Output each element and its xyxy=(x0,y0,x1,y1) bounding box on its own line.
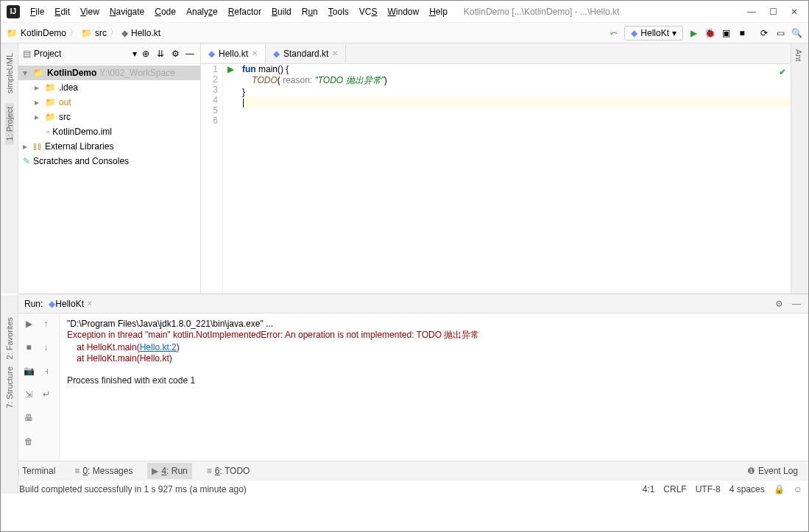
coverage-icon[interactable]: ▣ xyxy=(720,27,732,39)
minimize-icon[interactable]: ― xyxy=(747,7,756,17)
trash-icon[interactable]: 🗑 xyxy=(23,436,35,447)
todo-icon: ≡ xyxy=(207,466,212,476)
tree-ext-libs[interactable]: ▸ ⫿⫿ External Libraries xyxy=(18,139,200,154)
console-exception: Exception in thread "main" kotlin.NotImp… xyxy=(67,330,479,340)
gutter-actions[interactable]: ▶ xyxy=(223,64,238,294)
menu-build[interactable]: Build xyxy=(267,4,296,19)
tool-simpleuml[interactable]: simpleUML xyxy=(5,49,14,97)
close-icon[interactable]: ✕ xyxy=(791,7,798,17)
print-icon[interactable]: 🖶 xyxy=(23,412,35,424)
right-tool-strip: Ant xyxy=(791,43,808,294)
run-body: ▶ ↑ ■ ↓ 📷 ⫞ ⇲ ↵ 🖶 🗑 "D:\Program Files\Ja… xyxy=(18,313,808,461)
up-icon[interactable]: ↑ xyxy=(40,318,52,330)
tree-scratches[interactable]: ✎ Scratches and Consoles xyxy=(18,154,200,169)
stacktrace-link[interactable]: Hello.kt:2 xyxy=(140,342,177,352)
tree-idea[interactable]: ▸ 📁 .idea xyxy=(18,80,200,95)
chevron-right-icon: 〉 xyxy=(69,26,78,39)
folder-icon: 📁 xyxy=(45,82,56,93)
tab-standard[interactable]: ◆ Standard.kt ✕ xyxy=(266,45,346,63)
chevron-down-icon[interactable]: ▾ xyxy=(133,49,137,59)
indent-setting[interactable]: 4 spaces xyxy=(729,484,765,494)
debug-icon[interactable]: 🐞 xyxy=(704,27,716,39)
code-content[interactable]: fun main() { TODO( reason: "TODO 抛出异常") … xyxy=(238,64,791,294)
down-icon[interactable]: ↓ xyxy=(40,341,52,353)
menu-window[interactable]: Window xyxy=(383,4,423,19)
target-icon[interactable]: ⊕ xyxy=(140,48,152,60)
main-area: simpleUML 1: Project ▤ Project ▾ ⊕ ⇊ ⚙ —… xyxy=(1,43,808,294)
breadcrumb-project[interactable]: KotlinDemo xyxy=(21,28,66,38)
menu-help[interactable]: Help xyxy=(425,4,452,19)
menu-code[interactable]: Code xyxy=(150,4,180,19)
tab-label: Hello.kt xyxy=(219,49,248,59)
tree-root[interactable]: ▾ 📁 KotlinDemo Y:\002_WorkSpace xyxy=(18,65,200,80)
left-tool-strip: simpleUML 1: Project xyxy=(1,43,18,294)
sidebar-header: ▤ Project ▾ ⊕ ⇊ ⚙ — xyxy=(18,43,200,64)
tab-hello[interactable]: ◆ Hello.kt ✕ xyxy=(201,45,266,63)
breadcrumb-file[interactable]: Hello.kt xyxy=(131,28,160,38)
run-header: Run: ◆ HelloKt × ⚙ — xyxy=(18,294,808,313)
tree-root-path: Y:\002_WorkSpace xyxy=(99,68,175,78)
close-tab-icon[interactable]: ✕ xyxy=(252,49,258,57)
tab-todo[interactable]: ≡6: TODO xyxy=(202,463,255,479)
export-icon[interactable]: ⇲ xyxy=(23,389,35,400)
tree-out[interactable]: ▸ 📁 out xyxy=(18,95,200,110)
menu-edit[interactable]: Edit xyxy=(50,4,74,19)
tab-messages[interactable]: ≡0: Messages xyxy=(70,463,137,479)
menu-refactor[interactable]: Refactor xyxy=(224,4,266,19)
update-icon[interactable]: ⟳ xyxy=(758,27,770,39)
run-tab-icon: ▶ xyxy=(152,466,158,476)
tool-ant[interactable]: Ant xyxy=(791,43,806,68)
menu-tools[interactable]: Tools xyxy=(324,4,353,19)
menu-view[interactable]: View xyxy=(76,4,104,19)
search-icon[interactable]: 🔍 xyxy=(791,27,802,39)
breadcrumb-src[interactable]: src xyxy=(95,28,107,38)
stop-icon[interactable]: ■ xyxy=(736,27,748,39)
status-bar: ◳ Build completed successfully in 1 s 92… xyxy=(1,480,808,497)
file-encoding[interactable]: UTF-8 xyxy=(696,484,721,494)
tool-favorites[interactable]: 2: Favorites xyxy=(5,317,14,359)
editor-area: ◆ Hello.kt ✕ ◆ Standard.kt ✕ 123456 ▶ fu… xyxy=(201,43,791,294)
hide-icon[interactable]: — xyxy=(184,48,196,60)
left-tool-strip-lower: 2: Favorites 7: Structure xyxy=(1,295,18,494)
menu-vcs[interactable]: VCS xyxy=(355,4,382,19)
tab-event-log[interactable]: ❶Event Log xyxy=(743,463,802,479)
run-config-selector[interactable]: ◆ HelloKt ▾ xyxy=(624,26,683,40)
folder-icon: 📁 xyxy=(45,97,56,107)
close-tab-icon[interactable]: ✕ xyxy=(332,49,338,57)
caret-position[interactable]: 4:1 xyxy=(643,484,655,494)
tree-src[interactable]: ▸ 📁 src xyxy=(18,110,200,124)
gear-icon[interactable]: ⚙ xyxy=(169,48,181,60)
tool-project[interactable]: 1: Project xyxy=(5,103,14,144)
avd-icon[interactable]: ▭ xyxy=(774,27,786,39)
tool-structure[interactable]: 7: Structure xyxy=(5,366,14,408)
menu-file[interactable]: File xyxy=(26,4,49,19)
gear-icon[interactable]: ⚙ xyxy=(773,298,785,310)
layout-icon[interactable]: ⫞ xyxy=(40,365,52,377)
build-icon[interactable]: ⤺ xyxy=(608,27,620,39)
lock-icon[interactable]: 🔒 xyxy=(774,484,785,494)
tab-run[interactable]: ▶4: Run xyxy=(147,463,191,479)
wrap-icon[interactable]: ↵ xyxy=(40,389,52,400)
line-separator[interactable]: CRLF xyxy=(663,484,686,494)
rerun-icon[interactable]: ▶ xyxy=(23,318,35,330)
capture-icon[interactable]: 📷 xyxy=(23,365,35,377)
tree-iml[interactable]: ▫ KotlinDemo.iml xyxy=(18,124,200,139)
hector-icon[interactable]: ☺ xyxy=(794,484,802,494)
menu-run[interactable]: Run xyxy=(297,4,322,19)
hide-icon[interactable]: — xyxy=(791,298,802,310)
close-run-tab-icon[interactable]: × xyxy=(87,299,92,309)
inspection-ok-icon[interactable]: ✔ xyxy=(779,67,786,77)
code-editor[interactable]: 123456 ▶ fun main() { TODO( reason: "TOD… xyxy=(201,64,791,294)
kotlin-file-icon: ◆ xyxy=(121,28,128,38)
stop-icon[interactable]: ■ xyxy=(23,341,35,353)
folder-icon: 📁 xyxy=(81,28,92,38)
run-icon[interactable]: ▶ xyxy=(688,27,699,39)
collapse-icon[interactable]: ⇊ xyxy=(155,48,166,60)
maximize-icon[interactable]: ☐ xyxy=(769,7,777,17)
chevron-down-icon: ▾ xyxy=(23,68,30,78)
console-output[interactable]: "D:\Program Files\Java\jdk1.8.0_221\bin\… xyxy=(60,313,808,461)
menu-analyze[interactable]: Analyze xyxy=(182,4,222,19)
library-icon: ⫿⫿ xyxy=(33,141,42,152)
menu-navigate[interactable]: Navigate xyxy=(105,4,149,19)
run-config-label: HelloKt xyxy=(55,299,84,309)
